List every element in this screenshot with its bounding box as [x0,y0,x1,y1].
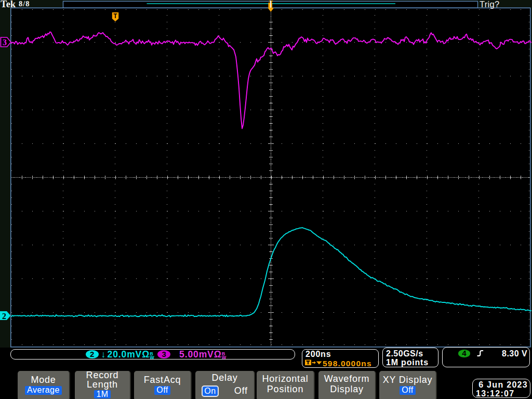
svg-text:3: 3 [3,38,7,47]
svg-text:2: 2 [2,312,6,321]
svg-text:T: T [113,12,117,20]
